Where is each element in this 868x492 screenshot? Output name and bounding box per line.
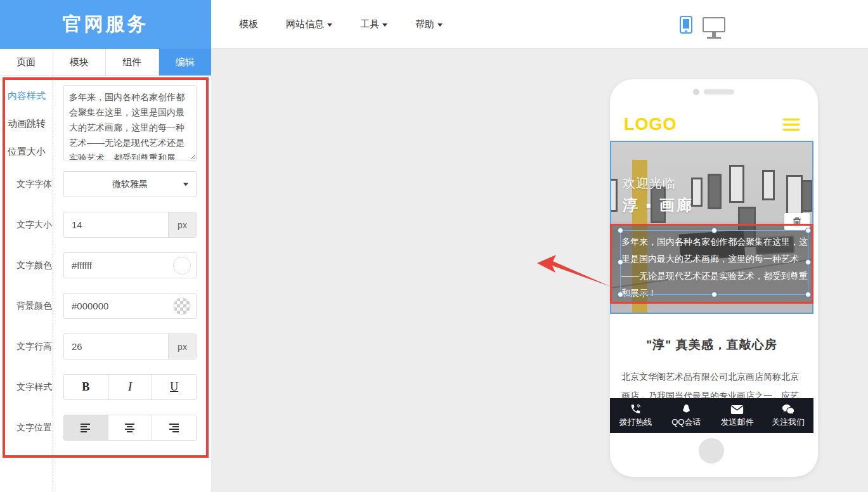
- tab-label: 编辑: [176, 56, 195, 68]
- font-size-control: px: [63, 212, 197, 238]
- font-size-label: 文字大小: [16, 219, 52, 231]
- text-align-label: 文字位置: [16, 422, 52, 434]
- resize-handle[interactable]: [711, 292, 717, 297]
- caret-down-icon: [183, 183, 188, 186]
- nav-item-site-info[interactable]: 网站信息: [286, 18, 332, 30]
- line-height-input[interactable]: [64, 334, 168, 359]
- wechat-icon: [782, 403, 794, 415]
- nav-item-help[interactable]: 帮助: [415, 18, 443, 30]
- resize-handle[interactable]: [618, 228, 623, 233]
- caret-down-icon: [437, 23, 443, 27]
- form-row-font-size: 文字大小 px: [0, 212, 211, 238]
- font-color-input[interactable]: [64, 253, 173, 278]
- font-style-label: 文字样式: [16, 382, 52, 393]
- mobile-preview-icon[interactable]: [680, 16, 692, 34]
- form-row-font-style: 文字样式 B I U: [0, 374, 211, 400]
- footer-item-qq[interactable]: QQ会话: [661, 398, 711, 433]
- phone-mockup: LOGO 欢迎光临 淳 ▪ 画廊: [610, 79, 818, 477]
- align-right-icon: [169, 423, 180, 433]
- form-row-line-height: 文字行高 px: [0, 333, 211, 359]
- font-family-label: 文字字体: [16, 179, 52, 190]
- site-logo[interactable]: LOGO: [624, 115, 677, 134]
- trash-icon: [793, 217, 801, 226]
- font-style-group: B I U: [63, 374, 197, 400]
- edit-panel: 内容样式 动画跳转 位置大小 多年来，国内各种名家创作都会聚集在这里，这里是国内…: [0, 76, 211, 492]
- align-center-icon: [124, 423, 136, 433]
- font-family-value: 微软雅黑: [112, 179, 148, 190]
- bg-color-input[interactable]: [64, 294, 173, 318]
- panel-menu-animation-jump[interactable]: 动画跳转: [8, 118, 46, 130]
- resize-handle[interactable]: [805, 228, 811, 233]
- bg-color-control: [63, 293, 197, 319]
- content-text-input[interactable]: 多年来，国内各种名家创作都会聚集在这里，这里是国内最大的艺术画廊，这里的每一种艺…: [63, 85, 197, 160]
- form-row-font-family: 文字字体 微软雅黑: [0, 171, 211, 197]
- qq-icon: [681, 403, 692, 415]
- line-height-label: 文字行高: [16, 341, 52, 353]
- footer-item-label: QQ会话: [671, 417, 701, 428]
- form-row-font-color: 文字颜色: [0, 252, 211, 278]
- line-height-control: px: [63, 333, 197, 359]
- line-height-unit: px: [168, 334, 196, 359]
- phone-speaker-bar: [704, 89, 734, 94]
- font-color-control: [63, 252, 197, 278]
- bold-button[interactable]: B: [64, 375, 108, 399]
- selection-rect: [620, 230, 808, 295]
- brand-title: 官网服务: [63, 11, 149, 37]
- nav-item-label: 网站信息: [286, 18, 324, 30]
- desktop-preview-icon[interactable]: [703, 17, 725, 32]
- tab-label: 模块: [70, 56, 89, 68]
- tab-label: 页面: [16, 56, 36, 68]
- hamburger-menu-icon[interactable]: [783, 119, 800, 131]
- tab-label: 组件: [122, 56, 141, 68]
- tab-components[interactable]: 组件: [106, 49, 159, 75]
- resize-handle[interactable]: [711, 228, 717, 233]
- align-right-button[interactable]: [152, 415, 196, 440]
- banner-welcome-text: 欢迎光临: [623, 175, 676, 192]
- panel-menu-position-size[interactable]: 位置大小: [8, 146, 46, 158]
- tab-modules[interactable]: 模块: [53, 49, 107, 75]
- caret-down-icon: [382, 23, 387, 27]
- panel-menu-content-style[interactable]: 内容样式: [8, 90, 46, 102]
- footer-item-mail[interactable]: 发送邮件: [712, 398, 763, 433]
- editor-tab-bar: 页面 模块 组件 编辑: [0, 49, 211, 76]
- banner-module[interactable]: 欢迎光临 淳 ▪ 画廊 多年来，国内各种名家创作都会聚集在这里，这里是国内最大的…: [610, 141, 813, 314]
- banner-title-text: 淳 ▪ 画廊: [623, 195, 694, 216]
- brand-header: 官网服务: [0, 0, 211, 49]
- phone-home-button[interactable]: [699, 438, 724, 463]
- bg-color-label: 背景颜色: [16, 301, 52, 312]
- nav-item-template[interactable]: 模板: [239, 18, 258, 30]
- annotation-arrow: [536, 254, 612, 290]
- italic-button[interactable]: I: [108, 375, 153, 399]
- tab-pages[interactable]: 页面: [0, 49, 53, 75]
- section-body-text: 北京文华阁艺术品有限公司北京画店简称北京画店，乃我国当代最早的专业画店之一。应艺…: [621, 367, 802, 398]
- resize-handle[interactable]: [805, 259, 811, 265]
- photo-frame: [762, 170, 775, 200]
- section-heading: "淳" 真美感，直敲心房: [610, 337, 813, 353]
- font-family-select[interactable]: 微软雅黑: [63, 171, 197, 197]
- footer-item-hotline[interactable]: 拨打热线: [610, 398, 661, 433]
- tab-edit[interactable]: 编辑: [159, 49, 212, 75]
- align-left-button[interactable]: [64, 415, 108, 440]
- nav-item-label: 帮助: [415, 18, 434, 30]
- bg-color-swatch[interactable]: [173, 297, 191, 315]
- align-center-button[interactable]: [108, 415, 153, 440]
- resize-handle[interactable]: [618, 292, 623, 297]
- phone-camera-dot: [693, 89, 699, 95]
- resize-handle[interactable]: [805, 292, 811, 297]
- underline-button[interactable]: U: [152, 375, 196, 399]
- align-left-icon: [80, 423, 91, 433]
- intro-section: "淳" 真美感，直敲心房 北京文华阁艺术品有限公司北京画店简称北京画店，乃我国当…: [610, 314, 813, 398]
- font-color-label: 文字颜色: [16, 260, 52, 271]
- nav-item-tools[interactable]: 工具: [360, 18, 387, 30]
- resize-handle[interactable]: [618, 259, 623, 265]
- photo-frame: [801, 180, 812, 212]
- form-row-text-align: 文字位置: [0, 415, 211, 441]
- font-size-input[interactable]: [64, 212, 168, 237]
- font-color-swatch[interactable]: [173, 257, 191, 275]
- top-nav: 模板 网站信息 工具 帮助: [211, 0, 868, 49]
- text-align-group: [63, 415, 197, 441]
- photo-frame: [611, 179, 618, 212]
- device-preview-toggle: [680, 0, 725, 49]
- footer-item-follow[interactable]: 关注我们: [763, 398, 813, 433]
- contact-footer-bar: 拨打热线 QQ会话 发送邮件 关注我们: [610, 398, 813, 433]
